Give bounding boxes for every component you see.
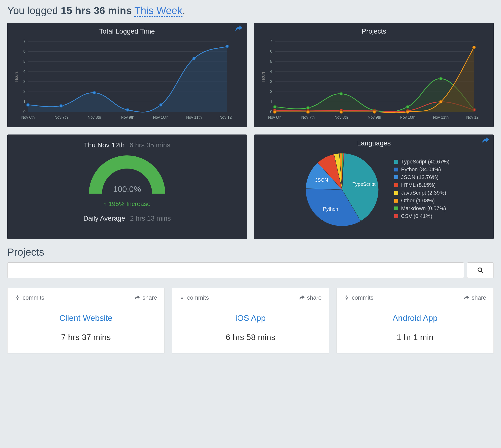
svg-point-69 (273, 111, 276, 113)
svg-text:Nov 9th: Nov 9th (368, 115, 381, 119)
panel-title: Total Logged Time (13, 28, 241, 35)
svg-text:5: 5 (23, 59, 26, 64)
legend-label: JSON (12.76%) (401, 174, 439, 180)
share-icon[interactable] (235, 26, 243, 32)
project-name-link[interactable]: Client Website (15, 313, 157, 323)
svg-text:Hours: Hours (261, 71, 265, 82)
svg-text:Nov 8th: Nov 8th (334, 115, 348, 119)
legend-label: JavaScript (2.39%) (401, 190, 446, 196)
headline-suffix: . (182, 5, 185, 16)
gauge-change: ↑ 195% Increase (13, 200, 241, 208)
svg-point-26 (93, 91, 96, 94)
commits-link[interactable]: commits (344, 294, 373, 301)
commits-label: commits (23, 294, 44, 301)
svg-point-59 (406, 105, 409, 108)
svg-text:1: 1 (23, 100, 26, 104)
projects-chart: Hours01234567Nov 6thNov 7thNov 8thNov 9t… (260, 39, 479, 122)
share-link[interactable]: share (135, 294, 157, 301)
project-time: 1 hr 1 min (344, 333, 486, 342)
legend-swatch (394, 175, 398, 179)
commits-label: commits (187, 294, 209, 301)
legend-item: CSV (0.41%) (394, 213, 450, 219)
svg-point-25 (60, 104, 63, 107)
share-link[interactable]: share (299, 294, 322, 301)
legend-label: CSV (0.41%) (401, 213, 432, 219)
svg-text:1: 1 (270, 100, 272, 104)
svg-point-29 (192, 57, 195, 60)
legend-item: HTML (8.15%) (394, 182, 450, 188)
svg-line-80 (481, 271, 483, 273)
svg-text:Python: Python (323, 206, 338, 212)
panel-title: Projects (260, 28, 488, 35)
svg-text:Nov 11th: Nov 11th (433, 115, 449, 119)
total-logged-time-panel: Total Logged Time Hours01234567Nov 6thNo… (7, 23, 247, 127)
legend-label: HTML (8.15%) (401, 182, 436, 188)
project-cards-row: commits share Client Website 7 hrs 37 mi… (7, 288, 494, 353)
search-icon (477, 267, 484, 273)
project-name-link[interactable]: Android App (344, 313, 486, 323)
share-icon (299, 295, 305, 300)
project-card: commits share Android App 1 hr 1 min (336, 288, 494, 353)
svg-text:Hours: Hours (14, 71, 18, 82)
legend-swatch (394, 214, 398, 218)
svg-point-81 (16, 297, 18, 298)
languages-pie-chart: TypeScriptPythonJSON (298, 151, 386, 229)
svg-point-79 (478, 268, 482, 272)
commits-link[interactable]: commits (15, 294, 44, 301)
gauge-date: Thu Nov 12th (84, 141, 125, 149)
projects-heading: Projects (7, 246, 494, 258)
svg-point-28 (159, 103, 162, 106)
legend-item: JavaScript (2.39%) (394, 190, 450, 196)
svg-point-27 (126, 109, 129, 112)
search-button[interactable] (467, 262, 494, 278)
arrow-up-icon: ↑ (104, 200, 107, 208)
svg-text:Nov 6th: Nov 6th (268, 115, 281, 119)
project-search-input[interactable] (7, 262, 464, 278)
svg-point-60 (439, 77, 442, 80)
gauge-header: Thu Nov 12th 6 hrs 35 mins (13, 141, 241, 149)
legend-swatch (394, 183, 398, 187)
svg-point-74 (439, 100, 442, 103)
share-icon[interactable] (482, 137, 489, 144)
commits-label: commits (352, 294, 373, 301)
project-time: 6 hrs 58 mins (179, 333, 321, 342)
svg-text:JSON: JSON (315, 177, 328, 183)
svg-text:4: 4 (270, 69, 272, 73)
legend-swatch (394, 191, 398, 195)
project-name-link[interactable]: iOS App (179, 313, 321, 323)
gauge-percent: 100.0% (87, 184, 167, 194)
gauge-average: Daily Average 2 hrs 13 mins (13, 214, 241, 222)
svg-point-71 (340, 111, 343, 113)
svg-text:Nov 9th: Nov 9th (121, 115, 134, 119)
legend-swatch (394, 160, 398, 164)
commits-link[interactable]: commits (179, 294, 209, 301)
svg-point-72 (373, 111, 376, 113)
projects-chart-panel: Projects Hours01234567Nov 6thNov 7thNov … (254, 23, 494, 127)
gauge-change-text: 195% Increase (108, 200, 150, 208)
svg-text:Nov 7th: Nov 7th (301, 115, 315, 119)
panel-title: Languages (260, 139, 488, 147)
svg-text:7: 7 (270, 39, 272, 43)
project-time: 7 hrs 37 mins (15, 333, 157, 342)
share-label: share (471, 294, 486, 301)
svg-text:Nov 12th: Nov 12th (219, 115, 232, 119)
svg-point-84 (181, 297, 183, 298)
svg-text:2: 2 (270, 90, 272, 94)
legend-label: Markdown (0.57%) (401, 205, 446, 212)
svg-text:Nov 10th: Nov 10th (153, 115, 169, 119)
time-range-link[interactable]: This Week (134, 5, 182, 17)
svg-text:Nov 6th: Nov 6th (21, 115, 34, 119)
headline-duration: 15 hrs 36 mins (61, 5, 132, 16)
share-label: share (142, 294, 157, 301)
share-link[interactable]: share (464, 294, 486, 301)
svg-text:5: 5 (270, 59, 272, 64)
legend-item: Markdown (0.57%) (394, 205, 450, 212)
commit-icon (344, 295, 349, 300)
commit-icon (179, 295, 185, 300)
project-card: commits share Client Website 7 hrs 37 mi… (7, 288, 165, 353)
headline-prefix: You logged (7, 5, 61, 16)
svg-point-57 (340, 92, 343, 95)
svg-point-87 (346, 297, 348, 298)
headline: You logged 15 hrs 36 mins This Week. (7, 5, 494, 16)
legend-item: Other (1.03%) (394, 197, 450, 204)
